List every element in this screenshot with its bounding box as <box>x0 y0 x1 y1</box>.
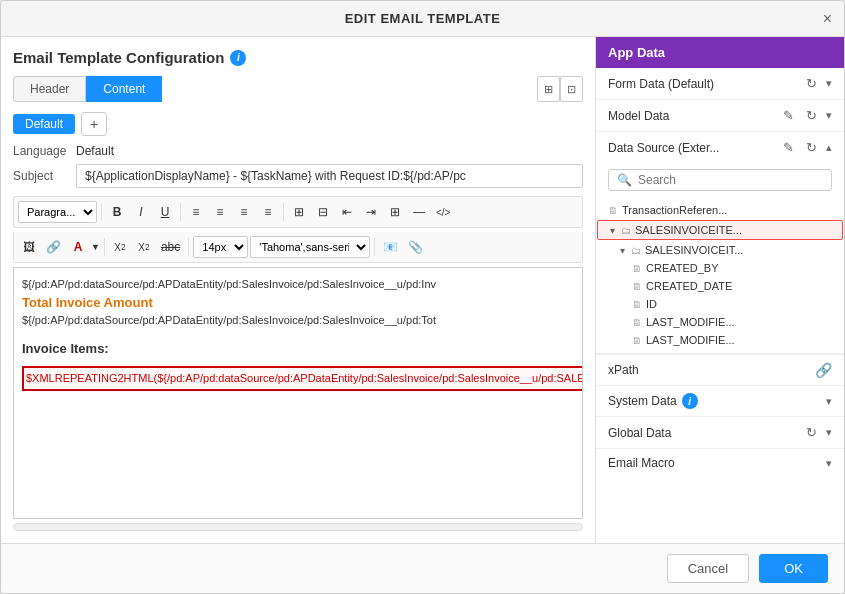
language-row: Language Default <box>13 144 583 158</box>
underline-button[interactable]: U <box>154 201 176 223</box>
link-icon[interactable]: 🔗 <box>815 362 832 378</box>
tree-label-last-modified-1: LAST_MODIFIE... <box>646 316 735 328</box>
model-data-refresh-button[interactable]: ↻ <box>803 107 820 124</box>
edit-email-template-dialog: EDIT EMAIL TEMPLATE × Email Template Con… <box>0 0 845 594</box>
list-ordered-button[interactable]: ⊟ <box>312 201 334 223</box>
app-data-title: App Data <box>608 45 665 60</box>
system-data-info-icon[interactable]: i <box>682 393 698 409</box>
model-data-header[interactable]: Model Data ✎ ↻ ▾ <box>596 100 844 131</box>
attachment-button[interactable]: 📎 <box>404 236 427 258</box>
indent-decrease-button[interactable]: ⇤ <box>336 201 358 223</box>
xml-repeating-value: $XMLREPEATING2HTML(${/pd:AP/pd:dataSourc… <box>22 366 583 391</box>
global-data-row[interactable]: Global Data ↻ ▾ <box>596 416 844 448</box>
hr-button[interactable]: — <box>408 201 430 223</box>
tree-item-created-date[interactable]: 🗎 CREATED_DATE <box>596 277 844 295</box>
email-macro-chevron-icon: ▾ <box>826 457 832 470</box>
tab-bar: Header Content ⊞ ⊡ <box>13 76 583 102</box>
table-button[interactable]: ⊞ <box>384 201 406 223</box>
subscript-button[interactable]: X2 <box>109 236 131 258</box>
editor-line1: ${/pd:AP/pd:dataSource/pd:APDataEntity/p… <box>22 276 574 293</box>
email-macro-row[interactable]: Email Macro ▾ <box>596 448 844 477</box>
link-button[interactable]: 🔗 <box>42 236 65 258</box>
superscript-button[interactable]: X2 <box>133 236 155 258</box>
dialog-title: EDIT EMAIL TEMPLATE <box>345 11 501 26</box>
tree-folder-child-icon: 🗂 <box>631 245 641 256</box>
form-data-chevron-icon: ▾ <box>826 77 832 90</box>
global-data-refresh-button[interactable]: ↻ <box>803 424 820 441</box>
data-source-refresh-button[interactable]: ↻ <box>803 139 820 156</box>
ok-button[interactable]: OK <box>759 554 828 583</box>
language-label: Language <box>13 144 68 158</box>
tree-file-id-icon: 🗎 <box>632 299 642 310</box>
source-button[interactable]: </> <box>432 201 454 223</box>
resize-button-1[interactable]: ⊞ <box>537 76 560 102</box>
font-size-select[interactable]: 14px <box>193 236 248 258</box>
tree-label-transaction: TransactionReferen... <box>622 204 727 216</box>
tree-item-created-by[interactable]: 🗎 CREATED_BY <box>596 259 844 277</box>
tree-item-salesinvoiceit[interactable]: ▾ 🗂 SALESINVOICEIT... <box>596 241 844 259</box>
color-button[interactable]: A <box>67 236 89 258</box>
editor-area[interactable]: ${/pd:AP/pd:dataSource/pd:APDataEntity/p… <box>13 267 583 519</box>
data-source-edit-button[interactable]: ✎ <box>780 139 797 156</box>
subject-input[interactable] <box>76 164 583 188</box>
paragraph-select[interactable]: Paragra... <box>18 201 97 223</box>
template-button[interactable]: 📧 <box>379 236 402 258</box>
indent-increase-button[interactable]: ⇥ <box>360 201 382 223</box>
italic-button[interactable]: I <box>130 201 152 223</box>
close-button[interactable]: × <box>823 11 832 27</box>
model-data-chevron-icon: ▾ <box>826 109 832 122</box>
info-icon[interactable]: i <box>230 50 246 66</box>
align-left-button[interactable]: ≡ <box>185 201 207 223</box>
section-title-text: Email Template Configuration <box>13 49 224 66</box>
horizontal-scrollbar-area <box>13 523 583 531</box>
form-data-refresh-button[interactable]: ↻ <box>803 75 820 92</box>
tree-folder-icon: 🗂 <box>621 225 631 236</box>
add-lang-button[interactable]: + <box>81 112 107 136</box>
tree-item-transaction[interactable]: 🗎 TransactionReferen... <box>596 201 844 219</box>
align-justify-button[interactable]: ≡ <box>257 201 279 223</box>
tree-expand-icon: ▾ <box>610 225 615 236</box>
system-data-row[interactable]: System Data i ▾ <box>596 385 844 416</box>
tree-item-salesinvoice[interactable]: ▾ 🗂 SALESINVOICEITE... <box>597 220 843 240</box>
form-data-title: Form Data (Default) <box>608 77 803 91</box>
tab-content[interactable]: Content <box>86 76 162 102</box>
data-source-header[interactable]: Data Source (Exter... ✎ ↻ ▴ <box>596 132 844 163</box>
form-data-header[interactable]: Form Data (Default) ↻ ▾ <box>596 68 844 99</box>
tree-item-last-modified-1[interactable]: 🗎 LAST_MODIFIE... <box>596 313 844 331</box>
default-lang-tab[interactable]: Default <box>13 114 75 134</box>
tree-label-salesinvoiceit: SALESINVOICEIT... <box>645 244 743 256</box>
data-source-title: Data Source (Exter... <box>608 141 780 155</box>
total-invoice-label: Total Invoice Amount <box>22 293 574 313</box>
global-data-chevron-icon: ▾ <box>826 426 832 439</box>
cancel-button[interactable]: Cancel <box>667 554 749 583</box>
align-center-button[interactable]: ≡ <box>209 201 231 223</box>
tree-file-lm2-icon: 🗎 <box>632 335 642 346</box>
resize-button-2[interactable]: ⊡ <box>560 76 583 102</box>
left-panel: Email Template Configuration i Header Co… <box>1 37 596 543</box>
tree-expand-child-icon: ▾ <box>620 245 625 256</box>
global-data-label: Global Data <box>608 426 671 440</box>
search-box: 🔍 <box>608 169 832 191</box>
section-title: Email Template Configuration i <box>13 49 583 66</box>
tree-item-id[interactable]: 🗎 ID <box>596 295 844 313</box>
tree-label-created-by: CREATED_BY <box>646 262 719 274</box>
align-right-button[interactable]: ≡ <box>233 201 255 223</box>
bold-button[interactable]: B <box>106 201 128 223</box>
app-data-header: App Data <box>596 37 844 68</box>
tree-label-salesinvoice: SALESINVOICEITE... <box>635 224 742 236</box>
strikethrough-button[interactable]: abc <box>157 236 184 258</box>
model-data-edit-button[interactable]: ✎ <box>780 107 797 124</box>
form-data-section: Form Data (Default) ↻ ▾ <box>596 68 844 100</box>
editor-toolbar-row1: Paragra... B I U ≡ ≡ ≡ ≡ ⊞ ⊟ ⇤ ⇥ ⊞ — </> <box>13 196 583 228</box>
tree-file-created-icon: 🗎 <box>632 263 642 274</box>
tree-item-last-modified-2[interactable]: 🗎 LAST_MODIFIE... <box>596 331 844 349</box>
dialog-title-bar: EDIT EMAIL TEMPLATE × <box>1 1 844 37</box>
search-input[interactable] <box>638 173 823 187</box>
tree-file-lm1-icon: 🗎 <box>632 317 642 328</box>
list-unordered-button[interactable]: ⊞ <box>288 201 310 223</box>
horizontal-scrollbar[interactable] <box>13 523 583 531</box>
tab-header[interactable]: Header <box>13 76 86 102</box>
image-button[interactable]: 🖼 <box>18 236 40 258</box>
system-data-title: System Data i <box>608 393 698 409</box>
font-family-select[interactable]: 'Tahoma',sans-serif <box>250 236 370 258</box>
